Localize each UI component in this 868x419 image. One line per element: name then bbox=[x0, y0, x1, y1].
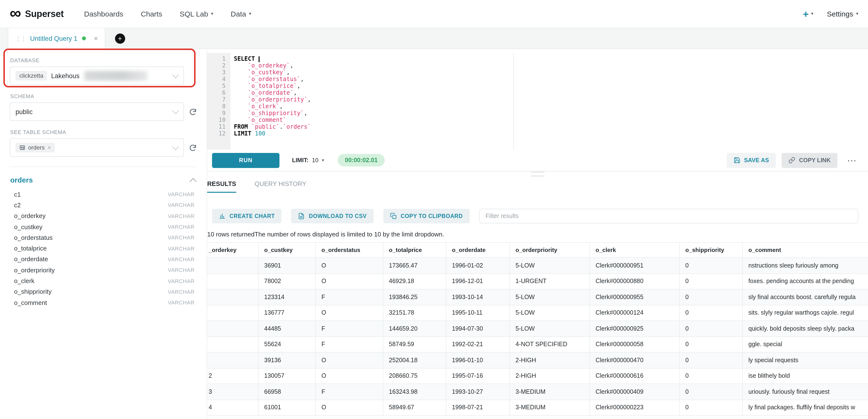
code-token bbox=[234, 69, 248, 76]
results-table-container[interactable]: _orderkeyo_custkeyo_orderstatuso_totalpr… bbox=[207, 242, 868, 419]
nav-data[interactable]: Data ▾ bbox=[231, 10, 251, 18]
tab-query-history[interactable]: QUERY HISTORY bbox=[254, 180, 306, 193]
code-token: . bbox=[279, 123, 283, 130]
editor-line: `o_custkey`, bbox=[234, 69, 868, 76]
nav-charts[interactable]: Charts bbox=[141, 10, 162, 18]
schema-column-row: c2VARCHAR bbox=[10, 200, 197, 211]
sql-editor[interactable]: 123456789101112 SELECT `o_orderkey`, `o_… bbox=[207, 53, 868, 150]
database-name: Lakehous bbox=[51, 72, 80, 79]
create-chart-button[interactable]: CREATE CHART bbox=[212, 209, 282, 223]
copy-to-clipboard-button[interactable]: COPY TO CLIPBOARD bbox=[383, 209, 470, 223]
code-token: 100 bbox=[255, 130, 266, 137]
code-token: , bbox=[301, 76, 304, 83]
new-query-tab-button[interactable]: + bbox=[115, 33, 125, 43]
settings-menu[interactable]: Settings ▾ bbox=[827, 10, 858, 18]
results-header-cell[interactable]: o_orderstatus bbox=[315, 242, 383, 258]
results-cell: Clerk#000000880 bbox=[589, 273, 679, 289]
table-row: 366958F163243.981993-10-273-MEDIUMClerk#… bbox=[207, 384, 868, 399]
limit-label: LIMIT: bbox=[292, 157, 309, 163]
column-type: VARCHAR bbox=[168, 256, 194, 262]
limit-dropdown[interactable]: LIMIT: 10 ▾ bbox=[292, 157, 324, 163]
code-token: , bbox=[293, 89, 297, 96]
tab-results[interactable]: RESULTS bbox=[207, 180, 236, 193]
results-header-cell[interactable]: o_comment bbox=[742, 242, 868, 258]
results-cell: Clerk#000000925 bbox=[589, 321, 679, 336]
editor-gutter: 123456789101112 bbox=[207, 53, 230, 150]
new-item-menu[interactable]: + ▾ bbox=[803, 9, 813, 19]
filter-results-input[interactable] bbox=[479, 209, 858, 223]
caret-down-icon: ▾ bbox=[211, 12, 213, 16]
refresh-table-list-icon[interactable] bbox=[189, 144, 197, 152]
query-timer-badge: 00:00:02.01 bbox=[338, 154, 385, 167]
results-header-cell[interactable]: o_orderdate bbox=[446, 242, 509, 258]
column-name: o_orderpriority bbox=[14, 266, 55, 274]
nav-sql-lab[interactable]: SQL Lab ▾ bbox=[180, 10, 213, 18]
results-cell: Clerk#000000124 bbox=[589, 305, 679, 321]
code-token: SELECT bbox=[234, 55, 255, 62]
remove-table-icon[interactable]: × bbox=[48, 144, 51, 151]
download-csv-button[interactable]: DOWNLOAD TO CSV bbox=[291, 209, 374, 223]
results-cell: 130057 bbox=[258, 368, 315, 384]
code-token: `o_orderkey` bbox=[248, 62, 290, 69]
results-header-cell[interactable]: o_shippriority bbox=[679, 242, 742, 258]
column-type: VARCHAR bbox=[168, 267, 194, 273]
run-button[interactable]: RUN bbox=[212, 153, 279, 168]
results-cell: 5-LOW bbox=[509, 258, 589, 273]
create-chart-label: CREATE CHART bbox=[229, 213, 275, 219]
table-panel-header[interactable]: orders bbox=[10, 176, 197, 184]
results-cell: sits. slyly regular warthogs cajole. reg… bbox=[742, 305, 868, 321]
nav-sql-lab-label: SQL Lab bbox=[180, 10, 208, 18]
column-type: VARCHAR bbox=[168, 245, 194, 251]
chevron-up-icon[interactable] bbox=[190, 178, 196, 185]
gutter-line-number: 5 bbox=[207, 83, 230, 89]
splitter-drag-handle[interactable] bbox=[531, 172, 545, 176]
results-header-cell[interactable]: o_clerk bbox=[589, 242, 679, 258]
drag-handle-icon[interactable]: ⋮⋮ bbox=[15, 35, 26, 42]
database-select[interactable]: clickzetta Lakehous bbox=[10, 66, 184, 85]
results-cell: ggle. special bbox=[742, 336, 868, 352]
column-type: VARCHAR bbox=[168, 278, 194, 284]
results-cell: 78002 bbox=[258, 273, 315, 289]
copy-link-button[interactable]: COPY LINK bbox=[782, 153, 837, 168]
refresh-schema-icon[interactable] bbox=[189, 108, 197, 116]
results-cell: uriously. furiously final request bbox=[742, 384, 868, 399]
results-header-cell[interactable]: _orderkey bbox=[207, 242, 258, 258]
results-cell: F bbox=[315, 336, 383, 352]
results-cell: Clerk#000000470 bbox=[589, 352, 679, 368]
link-icon bbox=[788, 157, 795, 163]
results-cell: 1995-07-16 bbox=[446, 368, 509, 384]
results-header-cell[interactable]: o_orderpriority bbox=[509, 242, 589, 258]
results-cell bbox=[207, 273, 258, 289]
schema-column-row: o_clerkVARCHAR bbox=[10, 275, 197, 287]
results-tab-bar: RESULTS QUERY HISTORY bbox=[207, 180, 868, 193]
results-cell: 208660.75 bbox=[383, 368, 446, 384]
results-header-cell[interactable]: o_totalprice bbox=[383, 242, 446, 258]
superset-logo[interactable]: ∞ Superset bbox=[10, 7, 64, 21]
results-cell: 44485 bbox=[258, 321, 315, 336]
results-cell bbox=[207, 258, 258, 273]
save-icon bbox=[733, 157, 740, 163]
schema-select[interactable]: public bbox=[10, 102, 184, 121]
column-type: VARCHAR bbox=[168, 289, 194, 295]
results-cell: Clerk#000000951 bbox=[589, 258, 679, 273]
results-cell: 2 bbox=[207, 368, 258, 384]
results-cell: Clerk#000000058 bbox=[589, 336, 679, 352]
query-tab-untitled-query-1[interactable]: ⋮⋮ Untitled Query 1 × bbox=[8, 28, 105, 49]
close-tab-icon[interactable]: × bbox=[94, 34, 98, 42]
results-cell: F bbox=[315, 289, 383, 305]
editor-code[interactable]: SELECT `o_orderkey`, `o_custkey`, `o_ord… bbox=[230, 53, 868, 150]
more-actions-button[interactable]: ⋯ bbox=[844, 155, 860, 165]
save-as-button[interactable]: SAVE AS bbox=[726, 153, 776, 168]
code-token bbox=[234, 89, 248, 96]
code-token: `o_clerk` bbox=[248, 103, 279, 110]
results-cell: O bbox=[315, 305, 383, 321]
results-cell: 0 bbox=[679, 352, 742, 368]
results-cell: foxes. pending accounts at the pending bbox=[742, 273, 868, 289]
results-cell: 0 bbox=[679, 368, 742, 384]
code-token: `o_custkey` bbox=[248, 69, 286, 76]
table-schema-select[interactable]: orders × bbox=[10, 138, 184, 157]
column-name: o_comment bbox=[14, 299, 47, 306]
nav-dashboards[interactable]: Dashboards bbox=[84, 10, 123, 18]
results-header-cell[interactable]: o_custkey bbox=[258, 242, 315, 258]
limit-value: 10 bbox=[312, 157, 318, 163]
